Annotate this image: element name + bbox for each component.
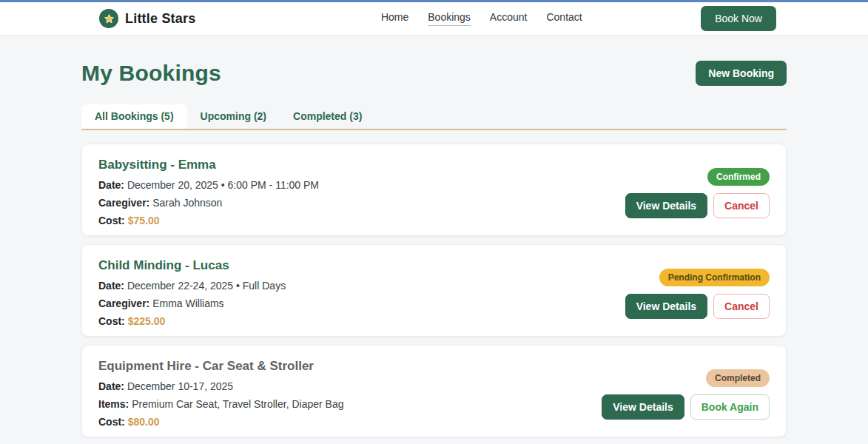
page-title: My Bookings bbox=[81, 61, 221, 86]
booking-card: Equipment Hire - Car Seat & Stroller Dat… bbox=[81, 345, 787, 437]
new-booking-button[interactable]: New Booking bbox=[696, 61, 787, 86]
book-now-button[interactable]: Book Now bbox=[701, 6, 776, 31]
status-badge: Completed bbox=[706, 369, 770, 387]
booking-title: Babysitting - Emma bbox=[98, 158, 319, 172]
booking-caregiver: Caregiver: Emma Williams bbox=[98, 297, 286, 309]
view-details-button[interactable]: View Details bbox=[625, 294, 707, 319]
booking-cost: Cost: $225.00 bbox=[98, 315, 286, 327]
status-badge: Confirmed bbox=[707, 168, 770, 186]
book-again-button[interactable]: Book Again bbox=[690, 394, 770, 420]
booking-title: Equipment Hire - Car Seat & Stroller bbox=[98, 359, 343, 374]
tab-upcoming[interactable]: Upcoming (2) bbox=[187, 104, 280, 129]
star-logo-icon bbox=[99, 9, 118, 28]
nav-item-home[interactable]: Home bbox=[381, 11, 408, 26]
cancel-button[interactable]: Cancel bbox=[713, 294, 770, 319]
booking-date: Date: December 10-17, 2025 bbox=[98, 380, 343, 392]
nav-item-account[interactable]: Account bbox=[490, 11, 528, 26]
site-header: Little Stars Home Bookings Account Conta… bbox=[0, 2, 868, 36]
booking-cost: Cost: $80.00 bbox=[98, 416, 343, 428]
brand[interactable]: Little Stars bbox=[99, 9, 195, 28]
booking-date: Date: December 22-24, 2025 • Full Days bbox=[98, 280, 286, 292]
tab-completed[interactable]: Completed (3) bbox=[280, 104, 375, 129]
main-nav: Home Bookings Account Contact bbox=[381, 11, 582, 26]
booking-card: Child Minding - Lucas Date: December 22-… bbox=[81, 244, 787, 337]
nav-item-contact[interactable]: Contact bbox=[546, 11, 582, 26]
bookings-tabs: All Bookings (5) Upcoming (2) Completed … bbox=[81, 104, 787, 130]
booking-items: Items: Premium Car Seat, Travel Stroller… bbox=[98, 398, 343, 410]
main-content: My Bookings New Booking All Bookings (5)… bbox=[81, 61, 787, 444]
nav-item-bookings[interactable]: Bookings bbox=[428, 11, 471, 26]
tab-all-bookings[interactable]: All Bookings (5) bbox=[81, 104, 187, 129]
booking-title: Child Minding - Lucas bbox=[98, 258, 286, 273]
booking-card: Babysitting - Emma Date: December 20, 20… bbox=[81, 144, 787, 236]
status-badge: Pending Confirmation bbox=[659, 269, 770, 286]
booking-cost: Cost: $75.00 bbox=[98, 215, 319, 226]
booking-caregiver: Caregiver: Sarah Johnson bbox=[98, 197, 319, 209]
brand-name: Little Stars bbox=[125, 11, 195, 27]
booking-date: Date: December 20, 2025 • 6:00 PM - 11:0… bbox=[98, 179, 319, 191]
view-details-button[interactable]: View Details bbox=[625, 193, 707, 218]
cancel-button[interactable]: Cancel bbox=[713, 193, 770, 218]
view-details-button[interactable]: View Details bbox=[602, 394, 684, 420]
